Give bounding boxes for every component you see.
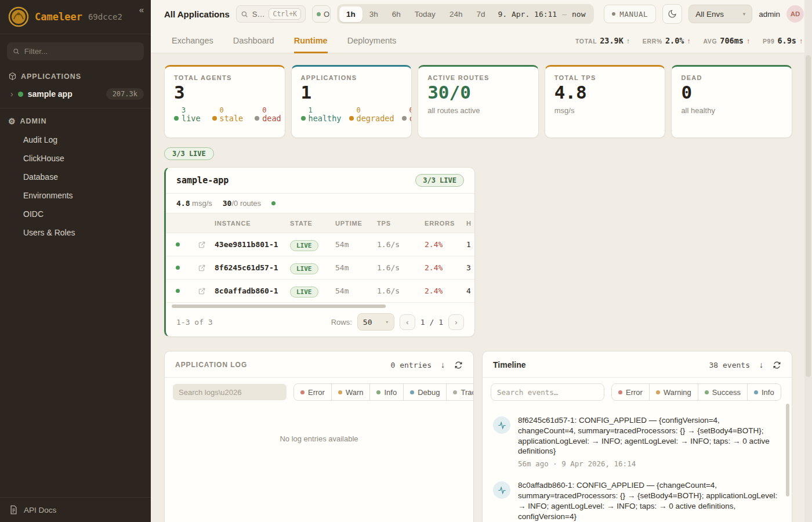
table-row[interactable]: 43ee9811b801-1 LIVE 54m 1.6/s 2.4% 1	[166, 233, 474, 256]
timeline-event[interactable]: 8c0affadb860-1: CONFIG_APPLIED — {change…	[491, 474, 780, 522]
pagination-range: 1-3 of 3	[176, 318, 213, 327]
timeline-scrollbar-thumb[interactable]	[786, 404, 789, 496]
time-range-control: 1h 3h 6h Today 24h 7d 9. Apr. 16:11 – no…	[337, 4, 593, 24]
table-header: INSTANCE STATE UPTIME TPS ERRORS H	[166, 213, 474, 233]
env-select[interactable]: All Envs ▾	[688, 5, 752, 23]
sidebar-item-oidc[interactable]: OIDC	[0, 205, 151, 223]
timeline-event-count: 38 events	[709, 361, 750, 369]
application-live-badge: 3/3 LIVE	[415, 174, 464, 187]
timeline-event[interactable]: 8f6245c61d57-1: CONFIG_APPLIED — {config…	[491, 409, 780, 474]
refresh-icon[interactable]	[773, 361, 781, 369]
application-card-header[interactable]: sample-app 3/3 LIVE	[166, 168, 474, 194]
filter-chip-error[interactable]: Error	[611, 383, 650, 401]
rows-per-page-select[interactable]: 50 ▾	[357, 313, 394, 331]
instance-status-dot	[176, 266, 180, 270]
sidebar-filter-input[interactable]	[24, 47, 138, 56]
tab-dashboard[interactable]: Dashboard	[233, 28, 274, 53]
search-icon	[13, 48, 20, 55]
range-7d[interactable]: 7d	[469, 6, 492, 22]
sub-healthy: 1healthy	[301, 106, 342, 124]
global-search[interactable]: S… Ctrl+K	[236, 5, 306, 23]
download-icon[interactable]: ↓	[759, 360, 763, 369]
manual-refresh-button[interactable]: MANUAL	[604, 5, 656, 23]
topbar-right: MANUAL All Envs ▾ admin AD	[604, 4, 804, 24]
external-link-icon[interactable]	[198, 241, 206, 249]
page-title: All Applications	[164, 9, 230, 19]
log-search-input[interactable]	[173, 384, 287, 400]
sidebar-divider	[0, 108, 151, 108]
table-pagination: 1-3 of 3 Rows: 50 ▾ ‹ 1 / 1 ›	[166, 310, 474, 336]
range-today[interactable]: Today	[408, 6, 443, 22]
page-indicator: 1 / 1	[420, 318, 443, 327]
health-dot	[271, 201, 276, 205]
admin-section-header: ⚙ ADMIN	[0, 111, 151, 130]
search-shortcut: Ctrl+K	[269, 8, 301, 20]
filter-chip-warning[interactable]: Warning	[649, 383, 698, 401]
chevron-right-icon[interactable]: ›	[10, 89, 13, 99]
sidebar-collapse-icon[interactable]: «	[139, 5, 144, 14]
range-1h[interactable]: 1h	[339, 6, 362, 22]
external-link-icon[interactable]	[198, 264, 206, 272]
sub-live: 3live	[174, 106, 201, 124]
timeline-panel: Timeline 38 events ↓ Error Warning Succe…	[482, 351, 792, 522]
stat-cards-row: TOTAL AGENTS 3 3live 0stale 0dead APPLIC…	[164, 65, 792, 138]
table-row[interactable]: 8c0affadb860-1 LIVE 54m 1.6/s 2.4% 4	[166, 280, 474, 303]
download-icon[interactable]: ↓	[441, 360, 445, 369]
trend-up-icon: ↑	[799, 37, 803, 45]
filter-chip-info[interactable]: Info	[369, 383, 404, 401]
avatar[interactable]: AD	[786, 5, 804, 23]
log-panel-title: APPLICATION LOG	[175, 361, 247, 369]
filter-chip-info[interactable]: Info	[747, 383, 781, 401]
tab-runtime[interactable]: Runtime	[294, 28, 328, 53]
refresh-icon[interactable]	[454, 361, 463, 369]
tab-deployments[interactable]: Deployments	[347, 28, 397, 53]
date-start: 9. Apr. 16:11	[498, 10, 557, 19]
application-metrics-row: 4.8 msg/s 30/0 routes	[166, 194, 474, 213]
sidebar-item-sample-app[interactable]: › sample app 207.3k	[0, 85, 151, 107]
sidebar-item-clickhouse[interactable]: ClickHouse	[0, 149, 151, 168]
filter-chip-debug[interactable]: Debug	[403, 383, 447, 401]
sidebar-item-database[interactable]: Database	[0, 168, 151, 186]
sidebar: Cameleer 69dcce2 « APPLICATIONS › sample…	[0, 0, 151, 522]
sidebar-filter[interactable]	[7, 42, 144, 60]
filter-chip-error[interactable]: Error	[293, 383, 332, 401]
dark-mode-toggle[interactable]	[662, 4, 682, 24]
main-scrollbar-thumb[interactable]	[806, 55, 811, 377]
log-level-filters: Error Warn Info Debug Trace	[293, 383, 474, 401]
online-status-chip[interactable]: O	[312, 5, 331, 23]
filter-chip-trace[interactable]: Trace	[446, 383, 474, 401]
applications-section-header: APPLICATIONS	[0, 66, 151, 85]
horizontal-scrollbar-thumb[interactable]	[172, 304, 386, 308]
date-separator: –	[562, 10, 567, 19]
trend-up-icon: ↑	[626, 37, 630, 45]
timeline-search-input[interactable]	[491, 383, 604, 401]
range-6h[interactable]: 6h	[385, 6, 408, 22]
moon-icon	[668, 9, 677, 19]
build-hash: 69dcce2	[88, 12, 122, 21]
trend-up-icon: ↑	[687, 37, 690, 45]
next-page-button[interactable]: ›	[448, 314, 464, 330]
sidebar-item-users-roles[interactable]: Users & Roles	[0, 223, 151, 242]
log-empty-message: No log entries available	[165, 407, 473, 443]
search-icon	[241, 10, 248, 18]
chevron-down-icon: ▾	[385, 319, 388, 325]
content: TOTAL AGENTS 3 3live 0stale 0dead APPLIC…	[151, 53, 812, 522]
cube-icon	[8, 72, 17, 81]
sidebar-item-environments[interactable]: Environments	[0, 186, 151, 205]
table-row[interactable]: 8f6245c61d57-1 LIVE 54m 1.6/s 2.4% 3	[166, 256, 474, 280]
stat-avg: AVG 706ms ↑	[703, 36, 750, 45]
filter-chip-success[interactable]: Success	[698, 383, 748, 401]
tab-exchanges[interactable]: Exchanges	[172, 28, 213, 53]
range-3h[interactable]: 3h	[362, 6, 385, 22]
date-range[interactable]: 9. Apr. 16:11 – now	[492, 10, 591, 19]
card-total-tps: TOTAL TPS 4.8 msg/s	[545, 65, 666, 138]
sidebar-spacer	[0, 242, 151, 497]
sidebar-item-api-docs[interactable]: API Docs	[0, 497, 151, 522]
gear-icon: ⚙	[8, 117, 16, 126]
range-24h[interactable]: 24h	[443, 6, 470, 22]
filter-chip-warn[interactable]: Warn	[331, 383, 371, 401]
header-stats: TOTAL 23.9K ↑ ERR% 2.0% ↑ AVG 706ms ↑ P9…	[575, 36, 803, 45]
external-link-icon[interactable]	[198, 287, 206, 295]
prev-page-button[interactable]: ‹	[400, 314, 415, 330]
sidebar-item-audit-log[interactable]: Audit Log	[0, 130, 151, 149]
